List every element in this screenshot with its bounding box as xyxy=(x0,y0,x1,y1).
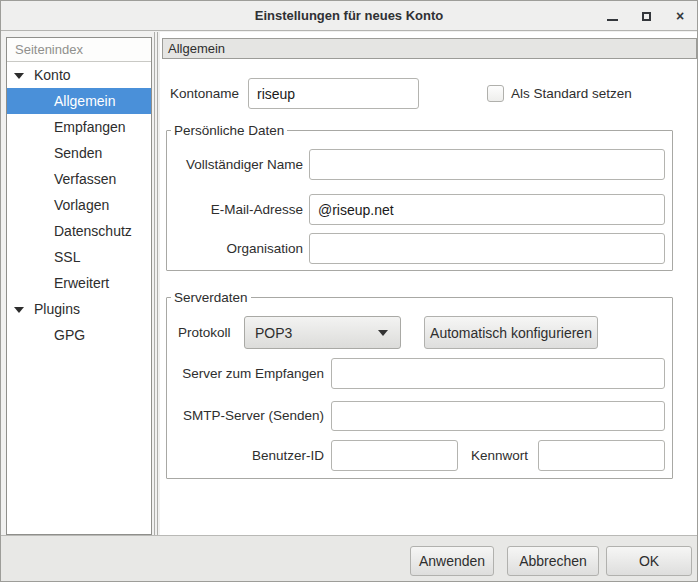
sidebar-item-erweitert[interactable]: Erweitert xyxy=(7,270,151,296)
set-default-checkbox[interactable] xyxy=(487,85,504,102)
smtp-server-label: SMTP-Server (Senden) xyxy=(170,401,324,431)
user-id-input[interactable] xyxy=(331,440,458,471)
close-icon: × xyxy=(676,9,684,23)
cancel-button[interactable]: Abbrechen xyxy=(507,546,599,576)
apply-button[interactable]: Anwenden xyxy=(410,546,494,576)
minimize-button[interactable] xyxy=(595,1,629,31)
sidebar-item-datenschutz[interactable]: Datenschutz xyxy=(7,218,151,244)
account-name-label: Kontoname xyxy=(170,78,239,109)
triangle-down-icon[interactable] xyxy=(14,73,24,79)
receive-server-label: Server zum Empfangen xyxy=(170,358,324,389)
receive-server-input[interactable] xyxy=(331,358,665,389)
sidebar-header: Seitenindex xyxy=(7,38,151,62)
sidebar-item-plugins[interactable]: Plugins xyxy=(7,296,151,322)
sidebar-item-verfassen[interactable]: Verfassen xyxy=(7,166,151,192)
chevron-down-icon xyxy=(378,330,388,336)
full-name-label: Vollständiger Name xyxy=(170,149,303,180)
server-data-legend: Serverdaten xyxy=(171,290,251,305)
set-default-label: Als Standard setzen xyxy=(511,78,632,109)
protocol-label: Protokoll xyxy=(178,316,231,349)
protocol-dropdown[interactable]: POP3 xyxy=(244,316,401,349)
account-settings-dialog: Einstellungen für neues Konto × Seitenin… xyxy=(0,0,698,582)
sidebar-item-gpg[interactable]: GPG xyxy=(7,322,151,348)
sidebar-item-ssl[interactable]: SSL xyxy=(7,244,151,270)
full-name-input[interactable] xyxy=(309,149,665,180)
sidebar-item-vorlagen[interactable]: Vorlagen xyxy=(7,192,151,218)
organization-label: Organisation xyxy=(170,233,303,264)
email-input[interactable] xyxy=(309,194,665,225)
dialog-footer: Anwenden Abbrechen OK xyxy=(1,535,697,582)
protocol-value: POP3 xyxy=(255,325,292,341)
page-index-tree: Konto Allgemein Empfangen Senden Verfass… xyxy=(7,62,151,348)
maximize-icon xyxy=(642,12,651,21)
email-label: E-Mail-Adresse xyxy=(170,194,303,225)
maximize-button[interactable] xyxy=(629,1,663,31)
sidebar-item-empfangen[interactable]: Empfangen xyxy=(7,114,151,140)
close-button[interactable]: × xyxy=(663,1,697,31)
account-name-input[interactable] xyxy=(248,78,419,109)
window-controls: × xyxy=(595,1,697,31)
password-label: Kennwort xyxy=(466,440,528,471)
minimize-icon xyxy=(607,19,618,21)
window-title: Einstellungen für neues Konto xyxy=(1,1,697,31)
sidebar-item-konto[interactable]: Konto xyxy=(7,62,151,88)
personal-data-legend: Persönliche Daten xyxy=(171,123,287,138)
pane-divider[interactable] xyxy=(154,32,158,535)
password-input[interactable] xyxy=(538,440,665,471)
titlebar[interactable]: Einstellungen für neues Konto × xyxy=(1,1,697,31)
user-id-label: Benutzer-ID xyxy=(170,440,324,471)
auto-configure-button[interactable]: Automatisch konfigurieren xyxy=(424,316,598,349)
section-title: Allgemein xyxy=(162,38,697,59)
smtp-server-input[interactable] xyxy=(331,401,665,431)
organization-input[interactable] xyxy=(309,233,665,264)
sidebar: Seitenindex Konto Allgemein Empfangen Se… xyxy=(6,37,152,535)
ok-button[interactable]: OK xyxy=(606,546,692,576)
triangle-down-icon[interactable] xyxy=(14,307,24,313)
sidebar-item-senden[interactable]: Senden xyxy=(7,140,151,166)
main-panel: Allgemein Kontoname Als Standard setzen … xyxy=(160,32,698,535)
sidebar-item-allgemein[interactable]: Allgemein xyxy=(7,88,151,114)
